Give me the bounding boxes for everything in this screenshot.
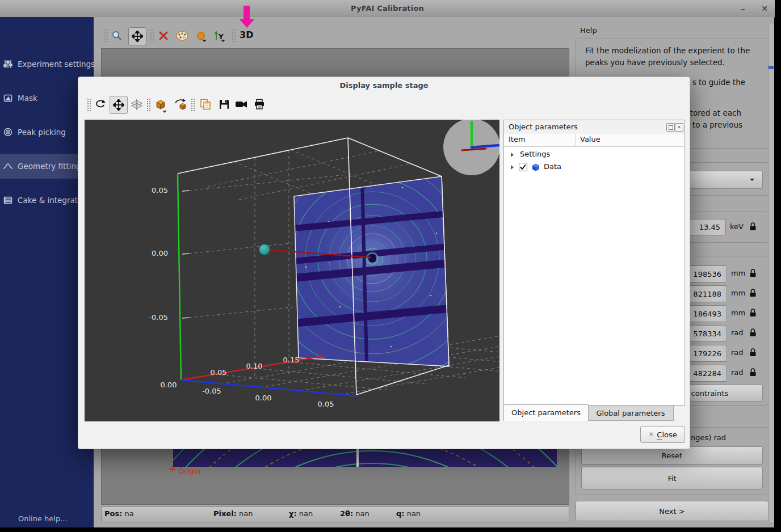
lock-icon[interactable] bbox=[749, 222, 757, 231]
status-pixel: Pixel: nan bbox=[213, 509, 253, 518]
mask-icon bbox=[3, 93, 13, 103]
field-spinner[interactable] bbox=[722, 305, 727, 322]
zoom-tool-button[interactable] bbox=[109, 28, 125, 44]
3d-view-button[interactable]: 3D bbox=[240, 29, 253, 40]
column-header-item: Item bbox=[509, 135, 526, 143]
help-text-fragment: s to guide the bbox=[692, 78, 745, 87]
rotate-cube-icon bbox=[174, 98, 188, 111]
z-axis-tick: 0.00 bbox=[156, 381, 181, 389]
online-help-link[interactable]: Online help... bbox=[18, 514, 68, 523]
video-camera-icon bbox=[235, 99, 249, 109]
field-unit: rad bbox=[731, 368, 744, 377]
checkbox-checked[interactable] bbox=[519, 163, 527, 171]
chevron-down-icon[interactable] bbox=[221, 40, 225, 42]
printer-icon bbox=[254, 99, 265, 110]
reset-orientation-button[interactable] bbox=[173, 96, 190, 112]
print-button[interactable] bbox=[251, 96, 267, 112]
toolbar-grip[interactable] bbox=[150, 29, 154, 43]
field-spinner[interactable] bbox=[722, 325, 727, 342]
minimize-button[interactable]: – bbox=[736, 2, 750, 15]
move-arrows-icon bbox=[113, 99, 124, 111]
colormap-button[interactable] bbox=[174, 28, 191, 44]
lock-icon[interactable] bbox=[749, 308, 757, 317]
3d-scene-drawing bbox=[85, 120, 499, 421]
y-axis-tick: 0.05 bbox=[134, 186, 168, 195]
right-scrollbar[interactable] bbox=[768, 24, 774, 522]
copy-snapshot-button[interactable] bbox=[198, 96, 213, 112]
dock-close-icon[interactable]: ✕ bbox=[675, 123, 683, 132]
y-axis-tick: -0.05 bbox=[129, 313, 168, 322]
object-parameters-panel: Object parameters ✕ Item Value Settings … bbox=[503, 120, 685, 406]
dialog-title: Display sample stage bbox=[78, 81, 690, 90]
record-video-button[interactable] bbox=[233, 96, 250, 112]
z-axis-tick: -0.05 bbox=[199, 387, 225, 395]
3d-scene-canvas[interactable]: 0.05 0.00 -0.05 0.05 0.10 0.15 0.00 -0.0… bbox=[85, 120, 499, 421]
lock-icon[interactable] bbox=[749, 328, 757, 337]
lock-icon[interactable] bbox=[749, 288, 757, 297]
field-unit: rad bbox=[731, 348, 744, 357]
rings-icon bbox=[3, 127, 13, 137]
fit-button[interactable]: Fit bbox=[581, 467, 763, 489]
tree-row-settings[interactable]: Settings bbox=[504, 149, 685, 161]
magenta-pointer-arrow bbox=[238, 3, 255, 28]
toolbar-grip[interactable] bbox=[146, 98, 150, 112]
field-unit: rad bbox=[731, 328, 744, 337]
close-window-button[interactable]: ✕ bbox=[757, 2, 772, 15]
remove-tool-button[interactable] bbox=[156, 28, 171, 44]
rotate-view-button[interactable] bbox=[93, 96, 108, 112]
undock-icon[interactable] bbox=[666, 123, 675, 132]
dock-title-label: Object parameters bbox=[509, 123, 578, 131]
lock-icon[interactable] bbox=[749, 268, 757, 277]
column-divider[interactable] bbox=[576, 134, 576, 146]
help-text-fragment: to a previous bbox=[692, 120, 742, 129]
origin-marker: + bbox=[168, 462, 177, 475]
magnifier-icon bbox=[111, 30, 123, 41]
status-pos: Pos: na bbox=[104, 509, 134, 518]
pan-view-button[interactable] bbox=[110, 96, 128, 114]
save-snapshot-button[interactable] bbox=[216, 96, 232, 112]
orientation-indicator bbox=[443, 120, 499, 175]
sidebar-item-experiment-settings[interactable]: Experiment settings bbox=[0, 52, 94, 77]
expand-arrow-icon[interactable] bbox=[511, 153, 514, 157]
tab-global-parameters[interactable]: Global parameters bbox=[587, 405, 674, 421]
toolbar-grip[interactable] bbox=[87, 98, 91, 112]
field-spinner[interactable] bbox=[722, 285, 727, 302]
orange-dot-icon bbox=[196, 31, 205, 40]
sample-sphere bbox=[259, 244, 270, 255]
toolbar-grip[interactable] bbox=[191, 98, 195, 112]
energy-spinner[interactable] bbox=[721, 219, 726, 235]
display-sample-stage-dialog: Display sample stage bbox=[78, 77, 690, 449]
dialog-close-button[interactable]: ✕ Close bbox=[640, 426, 685, 443]
statusbar: Pos: na Pixel: nan χ: nan 2θ: nan q: nan bbox=[101, 506, 569, 522]
move-arrows-icon bbox=[132, 31, 143, 42]
status-chi: χ: nan bbox=[289, 509, 313, 518]
tree-header: Item Value bbox=[504, 134, 685, 147]
field-spinner[interactable] bbox=[722, 365, 727, 382]
sidebar-item-label: Mask bbox=[18, 94, 37, 103]
clip-plane-button[interactable] bbox=[129, 96, 145, 112]
tab-object-parameters[interactable]: Object parameters bbox=[503, 404, 589, 421]
palette-icon bbox=[176, 31, 188, 41]
window-titlebar[interactable]: PyFAI Calibration – ✕ bbox=[0, 0, 775, 18]
help-text-fragment: tored at each bbox=[690, 108, 741, 117]
pan-tool-button[interactable] bbox=[128, 27, 146, 45]
field-spinner[interactable] bbox=[722, 345, 727, 362]
bounding-box-button[interactable] bbox=[152, 96, 169, 112]
screen-edge bbox=[0, 527, 781, 532]
lock-icon[interactable] bbox=[749, 368, 757, 377]
tree-row-data[interactable]: Data bbox=[504, 161, 685, 174]
tree-row-label: Settings bbox=[520, 150, 550, 158]
dock-titlebar[interactable]: Object parameters ✕ bbox=[504, 120, 685, 134]
energy-unit: keV bbox=[730, 222, 744, 231]
expand-arrow-icon[interactable] bbox=[511, 165, 514, 170]
next-button[interactable]: Next > bbox=[576, 501, 769, 521]
field-unit: mm bbox=[731, 309, 745, 317]
chevron-down-icon[interactable] bbox=[202, 40, 207, 42]
lock-icon[interactable] bbox=[749, 348, 757, 357]
status-2theta: 2θ: nan bbox=[340, 509, 369, 518]
orange-cube-icon bbox=[154, 98, 167, 111]
toolbar-grip[interactable] bbox=[104, 29, 108, 43]
field-spinner[interactable] bbox=[722, 265, 727, 282]
rotate-icon bbox=[94, 98, 107, 111]
toolbar-grip[interactable] bbox=[232, 29, 236, 43]
